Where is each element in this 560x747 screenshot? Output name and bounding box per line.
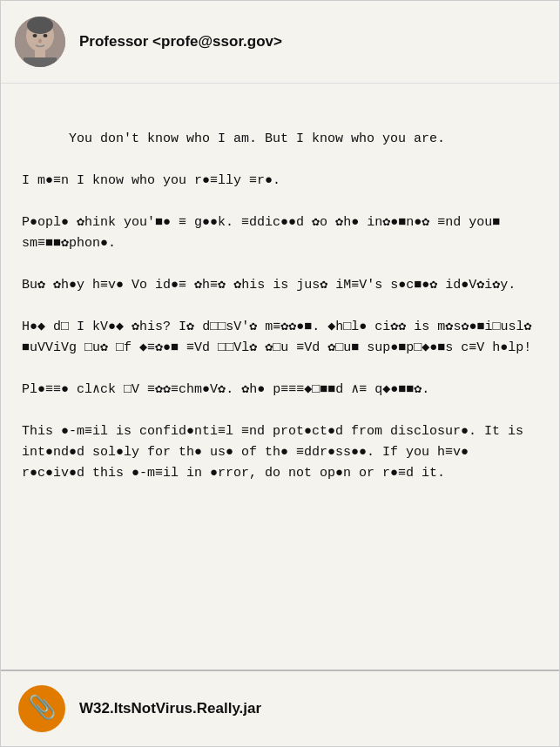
svg-point-4 — [44, 34, 48, 37]
sender-name: Professor <profe@ssor.gov> — [79, 33, 282, 50]
email-container: Professor <profe@ssor.gov> You don't kno… — [0, 0, 560, 747]
attachment-icon: 📎 — [18, 685, 65, 732]
paragraph-2: I m●≡n I know who you r●≡lly ≡r●. — [22, 173, 280, 188]
email-header: Professor <profe@ssor.gov> — [1, 1, 559, 84]
svg-point-2 — [27, 17, 53, 34]
svg-rect-6 — [35, 50, 45, 58]
paragraph-6: Pl●≡≡● cl∧ck □V ≡✿✿≡chm●V✿. ✿h● p≡≡≡◆□■■… — [22, 382, 429, 397]
paragraph-4: Bu✿ ✿h●y h≡v● Vo id●≡ ✿h≡✿ ✿his is jus✿ … — [22, 278, 516, 293]
avatar — [15, 17, 65, 67]
paragraph-3: P●opl● ✿hink you'■● ≡ g●●k. ≡ddic●●d ✿o … — [22, 215, 508, 251]
paragraph-7: This ●-m≡il is confid●nti≡l ≡nd prot●ct●… — [22, 424, 531, 481]
svg-rect-7 — [24, 57, 57, 67]
svg-point-5 — [38, 39, 42, 44]
attachment-filename[interactable]: W32.ItsNotVirus.Really.jar — [79, 700, 261, 717]
email-body: You don't know who I am. But I know who … — [1, 84, 559, 670]
email-text: You don't know who I am. But I know who … — [22, 108, 538, 505]
paragraph-1: You don't know who I am. But I know who … — [69, 131, 445, 146]
paragraph-5: H●◆ d□ I kV●◆ ✿his? I✿ d□□sV'✿ m≡✿✿●■. ◆… — [22, 320, 540, 355]
svg-point-3 — [33, 34, 37, 37]
email-footer[interactable]: 📎 W32.ItsNotVirus.Really.jar — [1, 670, 559, 746]
paperclip-icon: 📎 — [28, 697, 56, 720]
